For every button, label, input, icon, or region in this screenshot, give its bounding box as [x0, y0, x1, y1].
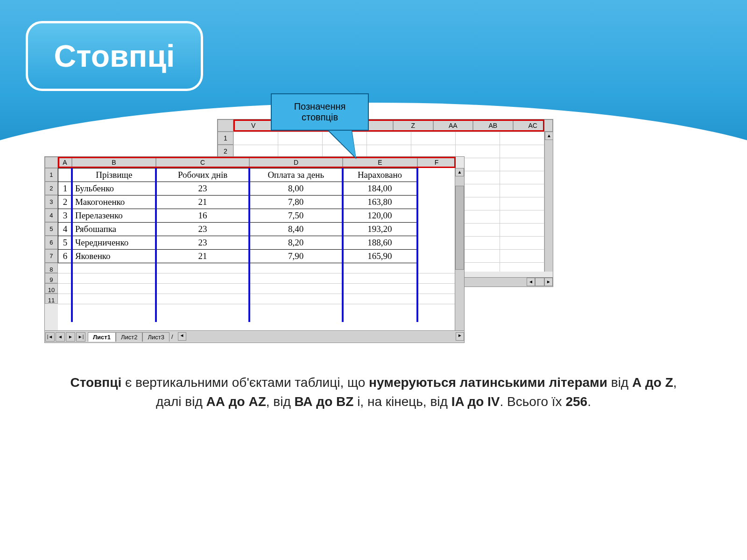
cell[interactable]: 7,50 — [249, 209, 343, 223]
column-divider — [248, 168, 250, 322]
row-header[interactable]: 4 — [45, 209, 58, 222]
column-header-highlight-front — [58, 157, 456, 168]
payroll-table: Прізвище Робочих днів Оплата за день Нар… — [58, 168, 417, 263]
scroll-right-icon[interactable]: ► — [544, 278, 553, 286]
spreadsheet-front: A B C D E F 1 2 3 4 5 6 7 8 9 10 11 Пріз… — [44, 156, 465, 343]
vertical-scrollbar[interactable]: ▲ — [455, 168, 464, 331]
cell[interactable]: 7,80 — [249, 196, 343, 209]
desc-bold: нумеруються латинськими літерами — [369, 375, 607, 390]
row-header[interactable]: 2 — [45, 182, 58, 195]
row-header[interactable]: 6 — [45, 236, 58, 249]
header-cell[interactable]: Робочих днів — [156, 168, 249, 182]
cell[interactable]: 23 — [156, 182, 249, 196]
row-header[interactable]: 2 — [218, 145, 233, 158]
cell[interactable]: 21 — [156, 196, 249, 209]
cell[interactable]: 8,00 — [249, 182, 343, 196]
cell[interactable]: Чередниченко — [72, 236, 156, 250]
vertical-scrollbar-back[interactable]: ▲ — [544, 132, 553, 272]
scroll-up-icon[interactable]: ▲ — [455, 168, 464, 176]
data-grid[interactable]: Прізвище Робочих днів Оплата за день Нар… — [58, 168, 455, 331]
cell[interactable]: 8,20 — [249, 236, 343, 250]
column-divider — [71, 168, 73, 322]
sheet-tab[interactable]: Лист3 — [142, 332, 169, 342]
cell[interactable]: 16 — [156, 209, 249, 223]
header-cell[interactable]: Прізвище — [72, 168, 156, 182]
sheet-tab-bar: |◄ ◄ ► ►| Лист1 Лист2 Лист3 / ◄ ► — [45, 330, 464, 343]
scroll-splitter[interactable] — [535, 278, 544, 286]
prev-sheet-icon[interactable]: ◄ — [56, 332, 65, 342]
table-row: 4 Рябошапка 23 8,40 193,20 — [58, 223, 417, 236]
callout-line2: стовпців — [294, 112, 346, 123]
table-row: 3 Перелазенко 16 7,50 120,00 — [58, 209, 417, 223]
desc-bold: А до Z — [632, 375, 673, 390]
scroll-left-icon[interactable]: ◄ — [527, 278, 535, 286]
cell[interactable]: Яковенко — [72, 250, 156, 263]
desc-bold: АА до AZ — [206, 394, 266, 409]
desc-bold: 256 — [565, 394, 587, 409]
table-row: 5 Чередниченко 23 8,20 188,60 — [58, 236, 417, 250]
horizontal-scrollbar[interactable]: ◄ ► — [178, 332, 464, 342]
row-header[interactable]: 5 — [45, 222, 58, 236]
cell[interactable]: Перелазенко — [72, 209, 156, 223]
scroll-right-icon[interactable]: ► — [456, 332, 464, 341]
row-header[interactable]: 7 — [45, 249, 58, 263]
scroll-left-icon[interactable]: ◄ — [178, 332, 186, 341]
cell[interactable]: 8,40 — [249, 223, 343, 236]
callout-box: Позначення стовпців — [271, 93, 369, 131]
select-all-corner[interactable] — [45, 157, 58, 168]
cell[interactable]: 21 — [156, 250, 249, 263]
cell[interactable]: 5 — [58, 236, 72, 250]
desc-text: , від — [266, 394, 295, 409]
cell[interactable]: 6 — [58, 250, 72, 263]
slide-description: Стовпці є вертикальними об'єктами таблиц… — [65, 373, 682, 411]
cell[interactable]: 120,00 — [343, 209, 417, 223]
header-cell[interactable]: Оплата за день — [249, 168, 343, 182]
cell[interactable]: 193,20 — [343, 223, 417, 236]
first-sheet-icon[interactable]: |◄ — [45, 332, 55, 342]
select-all-corner[interactable] — [218, 119, 233, 132]
next-sheet-icon[interactable]: ► — [66, 332, 75, 342]
desc-text: від — [607, 375, 632, 390]
scroll-thumb[interactable] — [455, 186, 464, 270]
desc-text: і, на кінець, від — [353, 394, 451, 409]
empty-rows[interactable] — [58, 263, 455, 304]
title-text: Стовпці — [54, 38, 175, 74]
last-sheet-icon[interactable]: ►| — [76, 332, 85, 342]
row-header[interactable]: 11 — [45, 294, 58, 304]
cell[interactable]: 163,80 — [343, 196, 417, 209]
sheet-tab-active[interactable]: Лист1 — [88, 332, 116, 342]
cell[interactable]: 4 — [58, 223, 72, 236]
row-header[interactable]: 1 — [45, 168, 58, 182]
row-header[interactable]: 9 — [45, 273, 58, 283]
cell[interactable]: 2 — [58, 196, 72, 209]
cell[interactable]: Макогоненко — [72, 196, 156, 209]
cell[interactable]: Бульбенко — [72, 182, 156, 196]
desc-bold: Стовпці — [70, 375, 121, 390]
column-divider — [155, 168, 157, 322]
scroll-up-icon[interactable]: ▲ — [545, 132, 553, 140]
row-header[interactable]: 3 — [45, 195, 58, 209]
header-cell[interactable] — [58, 168, 72, 182]
cell[interactable]: 23 — [156, 223, 249, 236]
table-row: 6 Яковенко 21 7,90 165,90 — [58, 250, 417, 263]
row-header[interactable]: 1 — [218, 132, 233, 145]
cell[interactable]: 1 — [58, 182, 72, 196]
cell[interactable]: Рябошапка — [72, 223, 156, 236]
cell[interactable]: 184,00 — [343, 182, 417, 196]
header-cell[interactable]: Нараховано — [343, 168, 417, 182]
slide-title: Стовпці — [26, 21, 203, 91]
table-row: 2 Макогоненко 21 7,80 163,80 — [58, 196, 417, 209]
row-header[interactable]: 10 — [45, 283, 58, 294]
desc-bold: ВА до BZ — [295, 394, 354, 409]
sheet-tab[interactable]: Лист2 — [116, 332, 142, 342]
desc-text: . Всього їх — [500, 394, 566, 409]
cell[interactable]: 165,90 — [343, 250, 417, 263]
desc-bold: IA до IV — [451, 394, 500, 409]
cell[interactable]: 188,60 — [343, 236, 417, 250]
cell[interactable]: 3 — [58, 209, 72, 223]
desc-text: . — [587, 394, 591, 409]
cell[interactable]: 23 — [156, 236, 249, 250]
row-headers-front: 1 2 3 4 5 6 7 8 9 10 11 — [45, 168, 58, 331]
row-header[interactable]: 8 — [45, 263, 58, 273]
cell[interactable]: 7,90 — [249, 250, 343, 263]
